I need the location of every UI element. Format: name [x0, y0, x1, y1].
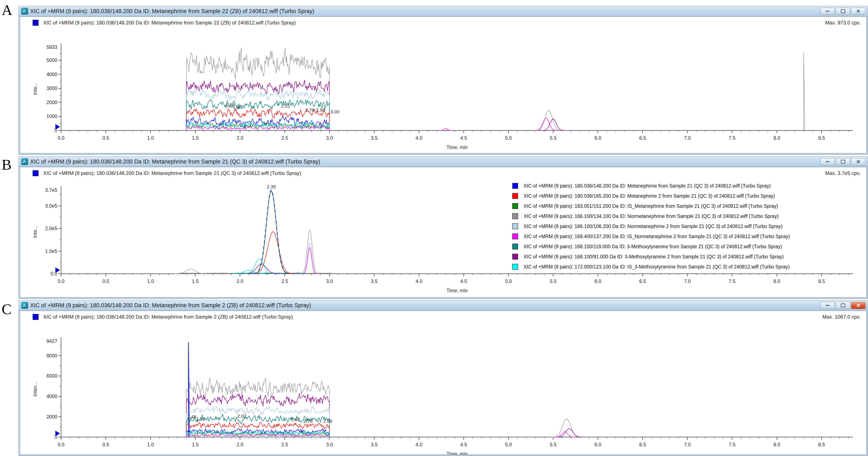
restore-button[interactable]: [836, 158, 850, 165]
svg-text:7.5: 7.5: [729, 135, 736, 141]
chart-pane: XIC of +MRM (9 pairs): 180.036/148.200 D…: [20, 17, 867, 153]
svg-text:8.0: 8.0: [773, 442, 780, 447]
svg-text:8.0: 8.0: [773, 279, 780, 284]
pane-title: XIC of +MRM (9 pairs): 180.036/148.200 D…: [43, 314, 818, 320]
analyst-app-icon: [21, 8, 28, 15]
window-sample-22: XIC of +MRM (9 pairs): 180.036/148.200 D…: [19, 6, 868, 155]
window-sample-21-qc3: XIC of +MRM (9 pairs): 180.036/148.200 D…: [19, 156, 868, 299]
svg-text:5.5: 5.5: [550, 442, 557, 447]
chromatogram-plot[interactable]: 01000200030004000500059330.00.51.01.52.0…: [22, 28, 864, 153]
legend-color-swatch: [512, 244, 518, 250]
title-bar[interactable]: XIC of +MRM (9 pairs): 180.036/148.200 D…: [19, 300, 868, 311]
svg-text:3.5: 3.5: [371, 135, 378, 141]
chromatogram-plot[interactable]: 0200040006000800094270.00.51.01.52.02.53…: [22, 322, 864, 455]
svg-text:2.76: 2.76: [304, 419, 313, 424]
svg-text:3.7e5: 3.7e5: [45, 187, 57, 193]
trace-key-swatch: [33, 170, 38, 176]
window-sample-2: XIC of +MRM (9 pairs): 180.036/148.200 D…: [19, 300, 868, 456]
svg-text:2.0: 2.0: [237, 279, 243, 284]
svg-text:9427: 9427: [46, 338, 57, 344]
chart-area[interactable]: 01000200030004000500059330.00.51.01.52.0…: [22, 28, 864, 153]
close-icon: [856, 9, 861, 13]
pane-title: XIC of +MRM (9 pairs): 180.036/148.200 D…: [43, 170, 821, 176]
figure-panel-label-c: C: [2, 301, 11, 318]
svg-text:2.5: 2.5: [281, 442, 288, 447]
pane-header: XIC of +MRM (9 pairs): 180.036/148.200 D…: [20, 311, 866, 322]
svg-text:1.5: 1.5: [192, 135, 199, 141]
close-button[interactable]: [851, 8, 866, 15]
svg-text:4000: 4000: [46, 394, 57, 399]
chart-pane: XIC of +MRM (9 pairs): 180.036/148.200 D…: [20, 167, 867, 297]
window-title: XIC of +MRM (9 pairs): 180.036/148.200 D…: [30, 302, 818, 309]
legend-item: XIC of +MRM (9 pairs): 168.100/119.000 D…: [512, 242, 858, 251]
legend-label: XIC of +MRM (9 pairs): 166.100/134.100 D…: [524, 213, 778, 219]
svg-text:Inten...: Inten...: [32, 381, 38, 396]
svg-text:7.0: 7.0: [684, 135, 691, 141]
max-cps-label: Max. 1067.0 cps.: [822, 314, 861, 320]
svg-text:6.5: 6.5: [639, 135, 646, 141]
svg-text:6.5: 6.5: [639, 442, 646, 447]
pane-header: XIC of +MRM (9 pairs): 180.036/148.200 D…: [20, 167, 866, 178]
svg-text:3000: 3000: [46, 86, 57, 91]
minimize-button[interactable]: [820, 158, 835, 165]
svg-text:1.52: 1.52: [196, 417, 205, 422]
svg-text:3.0: 3.0: [326, 279, 333, 284]
svg-text:2.90: 2.90: [316, 108, 325, 113]
chart-area[interactable]: 0.01.0e52.0e53.0e53.7e50.00.51.01.52.02.…: [22, 178, 864, 297]
svg-text:4.0: 4.0: [415, 135, 422, 141]
analyst-app-icon: [21, 158, 28, 165]
svg-text:0.5: 0.5: [102, 279, 109, 284]
legend-label: XIC of +MRM (9 pairs): 180.036/148.200 D…: [524, 183, 771, 189]
svg-text:1.0: 1.0: [147, 442, 154, 447]
legend-color-swatch: [512, 193, 518, 199]
svg-text:2.0: 2.0: [237, 135, 243, 141]
svg-text:5.5: 5.5: [550, 135, 557, 141]
svg-text:8.5: 8.5: [818, 135, 825, 141]
max-cps-label: Max. 3.7e5 cps.: [825, 170, 861, 176]
legend-item: XIC of +MRM (9 pairs): 180.036/165.200 D…: [512, 191, 858, 201]
svg-text:1000: 1000: [46, 114, 57, 119]
svg-text:6.0: 6.0: [594, 442, 601, 447]
svg-text:5.0: 5.0: [505, 135, 512, 141]
restore-icon: [841, 304, 845, 307]
minimize-icon: [826, 11, 830, 11]
restore-button[interactable]: [836, 8, 850, 15]
svg-text:0.5: 0.5: [102, 135, 109, 141]
window-title: XIC of +MRM (9 pairs): 180.036/148.200 D…: [30, 8, 818, 15]
svg-text:1.0: 1.0: [147, 279, 154, 284]
svg-text:4.0: 4.0: [415, 442, 422, 447]
svg-text:4.5: 4.5: [460, 442, 467, 447]
restore-icon: [841, 9, 845, 13]
svg-text:2.5: 2.5: [281, 279, 288, 284]
close-button[interactable]: [851, 302, 866, 309]
minimize-button[interactable]: [820, 302, 835, 309]
title-bar[interactable]: XIC of +MRM (9 pairs): 180.036/148.200 D…: [19, 6, 868, 17]
legend-color-swatch: [512, 233, 518, 239]
svg-text:6.5: 6.5: [639, 279, 646, 284]
close-button[interactable]: [851, 158, 866, 165]
svg-text:2.51: 2.51: [281, 104, 290, 109]
svg-text:2.99: 2.99: [323, 419, 332, 424]
svg-text:6.0: 6.0: [594, 279, 601, 284]
svg-text:8.5: 8.5: [818, 279, 825, 284]
legend-item: XIC of +MRM (9 pairs): 166.100/134.100 D…: [512, 211, 858, 221]
chart-area[interactable]: 0200040006000800094270.00.51.01.52.02.53…: [22, 322, 864, 454]
legend-color-swatch: [512, 213, 518, 219]
minimize-button[interactable]: [820, 8, 835, 15]
svg-text:1.5: 1.5: [192, 442, 199, 447]
svg-text:2.0e5: 2.0e5: [45, 226, 57, 231]
pane-title: XIC of +MRM (9 pairs): 180.036/148.200 D…: [43, 20, 821, 26]
legend-item: XIC of +MRM (9 pairs): 166.100/106.200 D…: [512, 222, 858, 231]
svg-text:3.5: 3.5: [371, 279, 378, 284]
title-bar[interactable]: XIC of +MRM (9 pairs): 180.036/148.200 D…: [19, 156, 868, 167]
legend-label: XIC of +MRM (9 pairs): 180.036/165.200 D…: [524, 193, 775, 199]
svg-text:5.0: 5.0: [505, 442, 512, 447]
restore-button[interactable]: [836, 302, 850, 309]
svg-text:2.78: 2.78: [305, 108, 314, 113]
svg-text:6000: 6000: [46, 373, 57, 379]
legend-color-swatch: [512, 223, 518, 229]
figure-panel-label-b: B: [2, 156, 11, 173]
window-title: XIC of +MRM (9 pairs): 180.036/148.200 D…: [30, 159, 818, 165]
figure-panel-label-a: A: [2, 2, 12, 19]
svg-text:6.0: 6.0: [594, 135, 601, 141]
